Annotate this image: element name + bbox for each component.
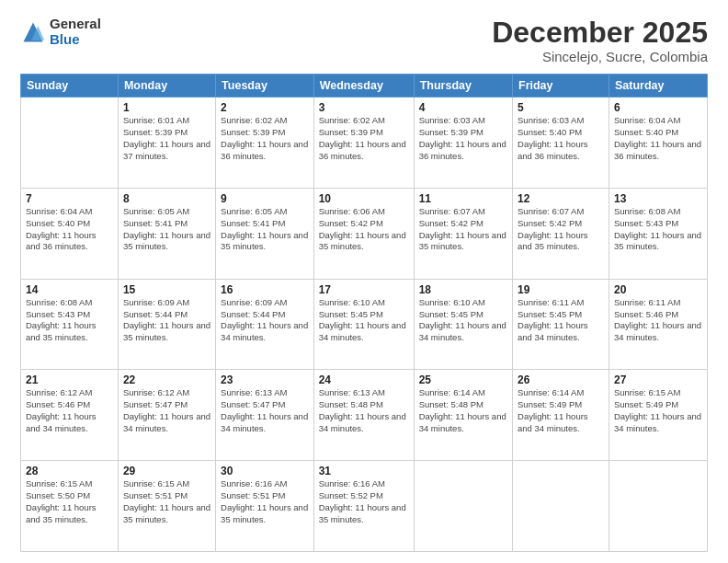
logo-text: General Blue (50, 17, 101, 47)
table-row: 14 Sunrise: 6:08 AM Sunset: 5:43 PM Dayl… (21, 279, 119, 370)
daylight-text: Daylight: 11 hours and 36 minutes. (319, 139, 406, 161)
table-row: 16 Sunrise: 6:09 AM Sunset: 5:44 PM Dayl… (216, 279, 314, 370)
daylight-text: Daylight: 11 hours and 35 minutes. (26, 320, 97, 342)
day-info: Sunrise: 6:15 AM Sunset: 5:50 PM Dayligh… (26, 478, 113, 525)
daylight-text: Daylight: 11 hours and 34 minutes. (419, 411, 506, 433)
title-block: December 2025 Sincelejo, Sucre, Colombia (492, 17, 708, 64)
sunrise-text: Sunrise: 6:06 AM (319, 206, 385, 216)
daylight-text: Daylight: 11 hours and 36 minutes. (614, 139, 701, 161)
day-info: Sunrise: 6:02 AM Sunset: 5:39 PM Dayligh… (319, 115, 409, 162)
sunset-text: Sunset: 5:49 PM (518, 399, 582, 409)
sunset-text: Sunset: 5:44 PM (123, 309, 188, 319)
sunrise-text: Sunrise: 6:05 AM (123, 206, 189, 216)
table-row: 22 Sunrise: 6:12 AM Sunset: 5:47 PM Dayl… (118, 370, 215, 461)
table-row: 20 Sunrise: 6:11 AM Sunset: 5:46 PM Dayl… (609, 279, 707, 370)
day-number: 29 (123, 465, 210, 477)
day-info: Sunrise: 6:16 AM Sunset: 5:51 PM Dayligh… (221, 478, 309, 525)
table-row: 15 Sunrise: 6:09 AM Sunset: 5:44 PM Dayl… (118, 279, 215, 370)
sunrise-text: Sunrise: 6:13 AM (319, 387, 385, 397)
day-number: 4 (419, 101, 507, 114)
col-wednesday: Wednesday (313, 75, 414, 98)
table-row: 2 Sunrise: 6:02 AM Sunset: 5:39 PM Dayli… (216, 98, 314, 189)
sunset-text: Sunset: 5:48 PM (419, 399, 483, 409)
day-number: 16 (221, 283, 309, 296)
sunset-text: Sunset: 5:39 PM (319, 127, 383, 137)
calendar-header-row: Sunday Monday Tuesday Wednesday Thursday… (21, 75, 708, 98)
daylight-text: Daylight: 11 hours and 36 minutes. (26, 230, 97, 252)
day-number: 18 (419, 283, 507, 296)
daylight-text: Daylight: 11 hours and 34 minutes. (123, 411, 210, 433)
table-row: 23 Sunrise: 6:13 AM Sunset: 5:47 PM Dayl… (216, 370, 314, 461)
day-info: Sunrise: 6:10 AM Sunset: 5:45 PM Dayligh… (319, 297, 409, 344)
day-number: 3 (319, 101, 409, 114)
sunrise-text: Sunrise: 6:08 AM (26, 297, 92, 307)
day-number: 12 (518, 192, 604, 205)
table-row: 6 Sunrise: 6:04 AM Sunset: 5:40 PM Dayli… (609, 98, 707, 189)
day-info: Sunrise: 6:04 AM Sunset: 5:40 PM Dayligh… (26, 206, 113, 253)
calendar-week-row: 7 Sunrise: 6:04 AM Sunset: 5:40 PM Dayli… (21, 188, 708, 279)
sunset-text: Sunset: 5:40 PM (26, 218, 90, 228)
day-info: Sunrise: 6:12 AM Sunset: 5:47 PM Dayligh… (123, 387, 210, 434)
calendar-week-row: 21 Sunrise: 6:12 AM Sunset: 5:46 PM Dayl… (21, 370, 708, 461)
table-row: 10 Sunrise: 6:06 AM Sunset: 5:42 PM Dayl… (313, 188, 414, 279)
sunset-text: Sunset: 5:48 PM (319, 399, 383, 409)
daylight-text: Daylight: 11 hours and 35 minutes. (123, 230, 210, 252)
sunset-text: Sunset: 5:45 PM (319, 309, 383, 319)
sunrise-text: Sunrise: 6:12 AM (123, 387, 189, 397)
logo-icon (20, 19, 46, 45)
sunset-text: Sunset: 5:47 PM (123, 399, 188, 409)
sunset-text: Sunset: 5:51 PM (221, 490, 285, 500)
table-row: 19 Sunrise: 6:11 AM Sunset: 5:45 PM Dayl… (513, 279, 609, 370)
col-monday: Monday (118, 75, 215, 98)
table-row: 7 Sunrise: 6:04 AM Sunset: 5:40 PM Dayli… (21, 188, 119, 279)
table-row: 5 Sunrise: 6:03 AM Sunset: 5:40 PM Dayli… (513, 98, 609, 189)
day-number: 14 (26, 283, 113, 296)
daylight-text: Daylight: 11 hours and 34 minutes. (518, 320, 588, 342)
day-number: 19 (518, 283, 604, 296)
sunrise-text: Sunrise: 6:16 AM (221, 478, 287, 488)
daylight-text: Daylight: 11 hours and 35 minutes. (319, 502, 406, 524)
daylight-text: Daylight: 11 hours and 34 minutes. (419, 320, 506, 342)
calendar-week-row: 28 Sunrise: 6:15 AM Sunset: 5:50 PM Dayl… (21, 461, 708, 552)
daylight-text: Daylight: 11 hours and 34 minutes. (26, 411, 97, 433)
table-row (513, 461, 609, 552)
col-tuesday: Tuesday (216, 75, 314, 98)
table-row (414, 461, 512, 552)
logo: General Blue (20, 17, 101, 47)
table-row: 30 Sunrise: 6:16 AM Sunset: 5:51 PM Dayl… (216, 461, 314, 552)
day-number: 7 (26, 192, 113, 205)
daylight-text: Daylight: 11 hours and 36 minutes. (221, 139, 308, 161)
day-number: 17 (319, 283, 409, 296)
sunset-text: Sunset: 5:40 PM (614, 127, 678, 137)
day-number: 10 (319, 192, 409, 205)
daylight-text: Daylight: 11 hours and 36 minutes. (419, 139, 506, 161)
daylight-text: Daylight: 11 hours and 34 minutes. (319, 411, 406, 433)
sunset-text: Sunset: 5:43 PM (26, 309, 90, 319)
day-info: Sunrise: 6:08 AM Sunset: 5:43 PM Dayligh… (614, 206, 702, 253)
day-number: 24 (319, 373, 409, 386)
day-info: Sunrise: 6:15 AM Sunset: 5:49 PM Dayligh… (614, 387, 702, 434)
day-number: 15 (123, 283, 210, 296)
daylight-text: Daylight: 11 hours and 35 minutes. (123, 320, 210, 342)
sunrise-text: Sunrise: 6:10 AM (419, 297, 485, 307)
day-number: 27 (614, 373, 702, 386)
sunrise-text: Sunrise: 6:12 AM (26, 387, 92, 397)
daylight-text: Daylight: 11 hours and 36 minutes. (518, 139, 588, 161)
sunrise-text: Sunrise: 6:05 AM (221, 206, 287, 216)
day-info: Sunrise: 6:11 AM Sunset: 5:46 PM Dayligh… (614, 297, 702, 344)
logo-general-text: General (50, 17, 101, 32)
header: General Blue December 2025 Sincelejo, Su… (20, 17, 708, 64)
sunrise-text: Sunrise: 6:04 AM (614, 115, 680, 125)
daylight-text: Daylight: 11 hours and 35 minutes. (221, 230, 308, 252)
sunrise-text: Sunrise: 6:07 AM (419, 206, 485, 216)
sunrise-text: Sunrise: 6:13 AM (221, 387, 287, 397)
day-info: Sunrise: 6:11 AM Sunset: 5:45 PM Dayligh… (518, 297, 604, 344)
daylight-text: Daylight: 11 hours and 35 minutes. (221, 502, 308, 524)
table-row: 12 Sunrise: 6:07 AM Sunset: 5:42 PM Dayl… (513, 188, 609, 279)
day-info: Sunrise: 6:14 AM Sunset: 5:48 PM Dayligh… (419, 387, 507, 434)
sunset-text: Sunset: 5:51 PM (123, 490, 188, 500)
day-number: 1 (123, 101, 210, 114)
day-number: 13 (614, 192, 702, 205)
sunset-text: Sunset: 5:39 PM (123, 127, 188, 137)
calendar-week-row: 14 Sunrise: 6:08 AM Sunset: 5:43 PM Dayl… (21, 279, 708, 370)
